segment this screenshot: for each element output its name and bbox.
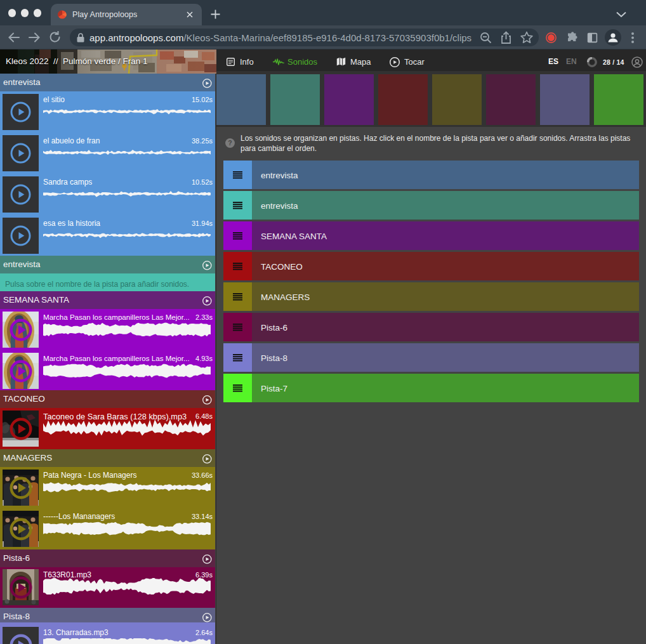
svg-text:?: ?	[228, 139, 232, 147]
